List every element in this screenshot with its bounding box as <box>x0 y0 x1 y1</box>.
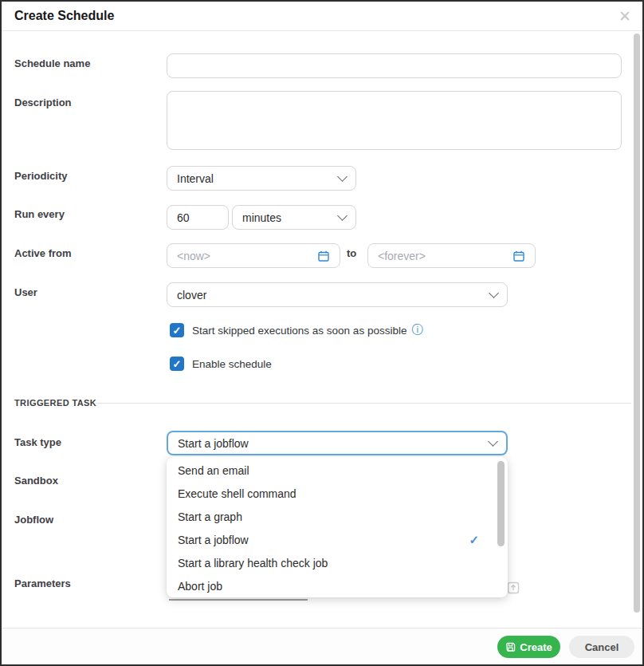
calendar-icon[interactable] <box>317 250 330 262</box>
active-to-input[interactable]: <forever> <box>367 243 536 268</box>
user-value: clover <box>177 289 490 301</box>
description-textarea[interactable] <box>167 91 622 150</box>
chevron-down-icon <box>337 211 348 221</box>
check-icon: ✓ <box>469 533 479 547</box>
active-from-placeholder: <now> <box>177 250 317 262</box>
triggered-task-section-title: TRIGGERED TASK <box>14 398 96 408</box>
description-label: Description <box>14 97 72 108</box>
menu-item-send-email[interactable]: Send an email <box>167 459 508 482</box>
task-type-label: Task type <box>14 436 61 448</box>
periodicity-select[interactable]: Interval <box>167 166 356 191</box>
modal-scrollbar[interactable] <box>634 33 640 613</box>
run-every-unit-select[interactable]: minutes <box>232 205 356 230</box>
run-every-label: Run every <box>14 208 65 220</box>
skip-executions-label: Start skipped executions as soon as poss… <box>192 325 406 337</box>
run-every-unit-value: minutes <box>242 211 339 224</box>
periodicity-value: Interval <box>177 172 339 185</box>
parameters-label: Parameters <box>14 577 71 589</box>
user-select[interactable]: clover <box>167 282 508 307</box>
task-type-value: Start a jobflow <box>178 437 489 450</box>
active-to-placeholder: <forever> <box>378 250 512 262</box>
menu-item-health-check[interactable]: Start a library health check job <box>167 551 508 574</box>
periodicity-label: Periodicity <box>14 170 67 182</box>
active-to-label: to <box>347 247 356 259</box>
cancel-button[interactable]: Cancel <box>569 636 634 658</box>
sandbox-label: Sandbox <box>14 475 58 487</box>
chevron-down-icon <box>337 171 348 182</box>
skip-executions-row: ✓ Start skipped executions as soon as po… <box>170 323 422 337</box>
calendar-icon[interactable] <box>512 250 525 262</box>
schedule-name-input[interactable] <box>167 53 622 78</box>
menu-item-start-graph[interactable]: Start a graph <box>167 505 508 528</box>
section-divider <box>96 403 631 404</box>
create-schedule-modal: Create Schedule ✕ Schedule name Descript… <box>0 0 644 666</box>
info-icon[interactable]: ⓘ <box>411 323 422 337</box>
upload-icon[interactable] <box>506 581 520 598</box>
task-type-select[interactable]: Start a jobflow <box>167 431 508 455</box>
skip-executions-checkbox[interactable]: ✓ <box>170 323 184 337</box>
active-from-label: Active from <box>14 247 72 259</box>
user-label: User <box>14 286 37 298</box>
chevron-down-icon <box>488 436 498 447</box>
enable-schedule-row: ✓ Enable schedule <box>170 357 272 371</box>
schedule-name-label: Schedule name <box>14 57 90 69</box>
menu-item-abort-job[interactable]: Abort job <box>167 574 508 597</box>
enable-schedule-checkbox[interactable]: ✓ <box>170 357 184 371</box>
run-every-value-input[interactable] <box>167 205 229 230</box>
chevron-down-icon <box>489 288 499 298</box>
menu-item-execute-shell[interactable]: Execute shell command <box>167 482 508 505</box>
modal-title: Create Schedule <box>14 9 114 23</box>
dropdown-scrollbar[interactable] <box>497 461 505 546</box>
modal-header: Create Schedule ✕ <box>2 2 642 31</box>
close-icon[interactable]: ✕ <box>618 7 631 26</box>
parameters-field-edge <box>169 599 308 601</box>
active-from-input[interactable]: <now> <box>167 243 340 268</box>
modal-footer: Create Cancel <box>2 628 642 664</box>
jobflow-label: Jobflow <box>14 514 53 526</box>
enable-schedule-label: Enable schedule <box>192 358 272 370</box>
create-button[interactable]: Create <box>497 636 560 658</box>
cancel-button-label: Cancel <box>585 641 619 653</box>
menu-item-start-jobflow[interactable]: Start a jobflow ✓ <box>167 528 508 551</box>
create-button-label: Create <box>520 641 552 653</box>
task-type-dropdown-menu: Send an email Execute shell command Star… <box>167 457 508 597</box>
save-icon <box>505 642 516 652</box>
